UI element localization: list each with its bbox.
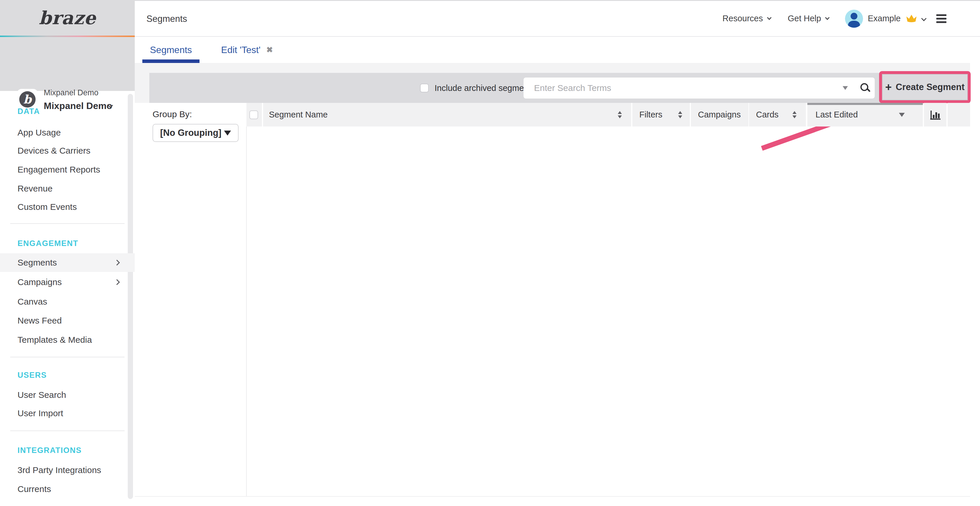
sort-caret-down-icon[interactable] <box>899 113 905 117</box>
sidebar-divider <box>10 223 124 224</box>
create-segment-label: Create Segment <box>896 82 964 92</box>
crown-icon <box>905 14 918 23</box>
group-by-value: [No Grouping] <box>160 128 224 138</box>
header-right-group: Resources Get Help Example <box>722 1 947 36</box>
tab-edit-test[interactable]: Edit 'Test' ✖ <box>221 37 273 63</box>
chevron-down-icon <box>825 16 830 20</box>
column-label: Campaigns <box>691 110 741 119</box>
include-archived-checkbox[interactable] <box>420 84 429 92</box>
resources-label: Resources <box>722 14 763 23</box>
tab-label: Segments <box>150 44 192 56</box>
person-icon <box>845 10 863 28</box>
search-input[interactable] <box>523 78 875 98</box>
column-segment-name[interactable]: Segment Name <box>263 103 631 127</box>
chevron-right-icon <box>114 279 120 285</box>
sidebar-divider <box>10 357 124 357</box>
select-all-checkbox[interactable] <box>250 111 258 119</box>
sort-icon[interactable] <box>618 111 622 118</box>
section-title-integrations: INTEGRATIONS <box>0 444 135 457</box>
sidebar-item-canvas[interactable]: Canvas <box>0 295 135 308</box>
group-by-label: Group By: <box>153 109 192 119</box>
panel-table-divider <box>246 127 247 496</box>
sidebar-item-templates-media[interactable]: Templates & Media <box>0 333 135 346</box>
segments-toolbar: Include archived segments <box>150 73 970 103</box>
column-filters[interactable]: Filters <box>632 103 690 127</box>
column-label: Cards <box>749 110 778 119</box>
column-campaigns[interactable]: Campaigns <box>691 103 748 127</box>
hamburger-menu-icon[interactable] <box>936 14 947 23</box>
column-cards[interactable]: Cards <box>749 103 806 127</box>
sidebar-item-custom-events[interactable]: Custom Events <box>0 200 135 213</box>
workspace-selector[interactable]: b Mixpanel Demo Mixpanel Demo <box>0 37 135 91</box>
sidebar-item-label: Segments <box>18 258 57 268</box>
sidebar-item-revenue[interactable]: Revenue <box>0 182 135 195</box>
segments-table-header: Segment Name Filters Campaigns Cards Las… <box>247 103 970 127</box>
chevron-right-icon <box>114 260 120 265</box>
content-bottom-border <box>135 496 970 496</box>
sidebar-item-campaigns[interactable]: Campaigns <box>0 276 135 289</box>
sidebar-item-news-feed[interactable]: News Feed <box>0 314 135 327</box>
user-avatar[interactable] <box>845 10 863 28</box>
column-analytics[interactable] <box>924 103 947 127</box>
column-spacer <box>948 103 970 127</box>
column-label: Last Edited <box>807 110 858 119</box>
page-title: Segments <box>146 14 187 24</box>
create-segment-button[interactable]: + Create Segment <box>882 74 968 100</box>
column-last-edited[interactable]: Last Edited <box>807 103 923 127</box>
resources-menu[interactable]: Resources <box>722 14 771 23</box>
chevron-down-icon[interactable] <box>921 16 926 21</box>
sidebar-item-currents[interactable]: Currents <box>0 483 135 495</box>
sidebar-item-engagement-reports[interactable]: Engagement Reports <box>0 163 135 176</box>
workspace-app-label: Mixpanel Demo <box>44 88 99 97</box>
section-title-engagement: ENGAGEMENT <box>0 237 135 250</box>
sidebar-item-devices-carriers[interactable]: Devices & Carriers <box>0 144 135 157</box>
chevron-down-icon <box>767 16 772 20</box>
search-icon[interactable] <box>861 83 868 91</box>
toolbar-container: Include archived segments <box>135 63 970 103</box>
brand-logo-container[interactable]: braze <box>0 0 135 36</box>
braze-logo: braze <box>39 7 96 29</box>
select-all-cell <box>247 103 262 127</box>
top-header: Segments Resources Get Help Example <box>135 1 980 36</box>
tab-segments[interactable]: Segments <box>150 37 192 63</box>
column-label: Segment Name <box>263 110 328 119</box>
dropdown-caret-icon <box>224 130 231 136</box>
get-help-menu[interactable]: Get Help <box>788 14 829 23</box>
include-archived-label: Include archived segments <box>434 83 535 93</box>
sidebar-item-user-import[interactable]: User Import <box>0 407 135 420</box>
get-help-label: Get Help <box>788 14 821 23</box>
close-icon[interactable]: ✖ <box>266 45 273 54</box>
tab-label: Edit 'Test' <box>221 44 261 56</box>
sidebar-item-3rd-party-integrations[interactable]: 3rd Party Integrations <box>0 464 135 477</box>
group-by-dropdown[interactable]: [No Grouping] <box>153 124 239 142</box>
tab-bar: Segments Edit 'Test' ✖ <box>135 37 980 63</box>
sidebar-divider <box>10 430 124 431</box>
account-name: Example <box>868 14 900 23</box>
account-menu[interactable]: Example <box>868 14 900 23</box>
active-sort-indicator <box>807 103 923 105</box>
annotation-highlight-box: + Create Segment <box>879 71 970 103</box>
sidebar-item-label: Campaigns <box>18 277 62 287</box>
sidebar-item-app-usage[interactable]: App Usage <box>0 126 135 139</box>
sidebar: braze b Mixpanel Demo Mixpanel Demo DATA… <box>0 0 135 506</box>
search-dropdown-caret-icon[interactable] <box>843 86 848 90</box>
sidebar-item-segments[interactable]: Segments <box>0 256 135 269</box>
sidebar-item-user-search[interactable]: User Search <box>0 389 135 401</box>
sort-icon[interactable] <box>678 111 682 118</box>
plus-icon: + <box>885 82 892 93</box>
sort-icon[interactable] <box>792 111 797 118</box>
section-title-users: USERS <box>0 369 135 382</box>
column-label: Filters <box>632 110 662 119</box>
section-title-data: DATA <box>0 105 135 118</box>
bar-chart-icon <box>930 109 941 121</box>
